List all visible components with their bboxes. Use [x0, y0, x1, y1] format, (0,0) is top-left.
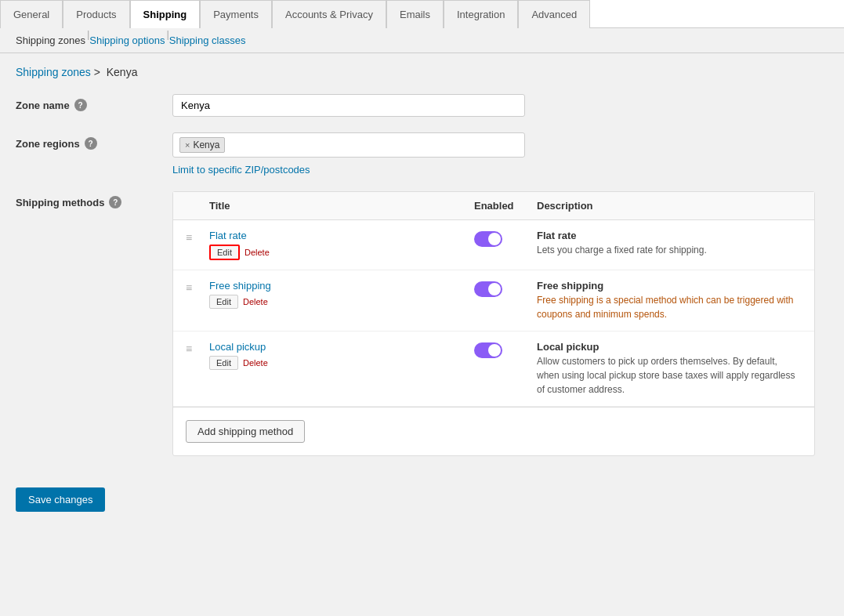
- enabled-toggle[interactable]: [474, 281, 502, 297]
- edit-button[interactable]: Edit: [209, 245, 240, 260]
- tab-accounts-privacy[interactable]: Accounts & Privacy: [272, 0, 386, 28]
- method-name[interactable]: Free shipping: [209, 280, 271, 292]
- edit-button[interactable]: Edit: [209, 356, 238, 370]
- zip-link[interactable]: Limit to specific ZIP/postcodes: [172, 164, 310, 176]
- table-row: ≡ Flat rate Edit Delete Flat rate Lets y…: [173, 220, 814, 270]
- breadcrumb-separator: >: [94, 66, 100, 78]
- shipping-methods-row: Shipping methods ? Title Enabled Descrip…: [16, 191, 828, 456]
- method-actions: Edit Delete: [209, 295, 474, 309]
- region-search-input[interactable]: [228, 140, 518, 151]
- method-name[interactable]: Local pickup: [209, 341, 266, 353]
- method-desc-text: Lets you charge a fixed rate for shippin…: [537, 243, 802, 257]
- enabled-toggle[interactable]: [474, 231, 502, 247]
- drag-handle-icon[interactable]: ≡: [186, 341, 209, 355]
- table-row: ≡ Free shipping Edit Delete Free shippin…: [173, 270, 814, 332]
- col-title: Title: [209, 200, 474, 212]
- tab-integration[interactable]: Integration: [444, 0, 518, 28]
- tabs-bar: GeneralProductsShippingPaymentsAccounts …: [0, 0, 844, 28]
- breadcrumb-link[interactable]: Shipping zones: [16, 66, 91, 78]
- method-actions: Edit Delete: [209, 356, 474, 370]
- save-changes-button[interactable]: Save changes: [16, 487, 105, 512]
- description-col: Free shipping Free shipping is a special…: [537, 280, 802, 321]
- delete-link[interactable]: Delete: [243, 297, 268, 306]
- edit-button[interactable]: Edit: [209, 295, 238, 309]
- zone-name-field: [172, 94, 828, 117]
- add-method-wrap: Add shipping method: [173, 407, 814, 455]
- method-desc-text: Allow customers to pick up orders themse…: [537, 354, 802, 397]
- method-desc-text: Free shipping is a special method which …: [537, 293, 802, 321]
- tab-payments[interactable]: Payments: [200, 0, 272, 28]
- breadcrumb-current: Kenya: [107, 66, 138, 78]
- tab-emails[interactable]: Emails: [386, 0, 444, 28]
- drag-handle-icon[interactable]: ≡: [186, 280, 209, 294]
- method-actions: Edit Delete: [209, 245, 474, 260]
- subnav-shipping-options[interactable]: Shipping options: [89, 28, 165, 53]
- zip-link-wrap: Limit to specific ZIP/postcodes: [172, 164, 828, 176]
- table-header: Title Enabled Description: [173, 192, 814, 220]
- toggle-col: [474, 341, 537, 358]
- shipping-methods-field: Title Enabled Description ≡ Flat rate Ed…: [172, 191, 828, 456]
- method-title-col: Flat rate Edit Delete: [209, 230, 474, 260]
- tab-products[interactable]: Products: [63, 0, 129, 28]
- main-content: Shipping zones > Kenya Zone name ? Zone …: [0, 53, 844, 524]
- toggle-col: [474, 230, 537, 247]
- shipping-methods-table: Title Enabled Description ≡ Flat rate Ed…: [172, 191, 815, 456]
- tab-shipping[interactable]: Shipping: [130, 0, 201, 28]
- add-shipping-method-button[interactable]: Add shipping method: [186, 420, 305, 443]
- zone-regions-label: Zone regions ?: [16, 132, 172, 150]
- method-desc-title: Local pickup: [537, 341, 802, 353]
- region-input-wrap[interactable]: × Kenya: [172, 132, 525, 158]
- breadcrumb: Shipping zones > Kenya: [16, 66, 828, 78]
- col-enabled: Enabled: [474, 200, 537, 212]
- zone-name-help-icon[interactable]: ?: [74, 99, 87, 111]
- table-row: ≡ Local pickup Edit Delete Local pickup …: [173, 332, 814, 407]
- method-desc-title: Flat rate: [537, 230, 802, 241]
- region-tag: × Kenya: [179, 137, 225, 153]
- tab-advanced[interactable]: Advanced: [518, 0, 590, 28]
- delete-link[interactable]: Delete: [245, 248, 270, 257]
- description-col: Local pickup Allow customers to pick up …: [537, 341, 802, 397]
- method-title-col: Free shipping Edit Delete: [209, 280, 474, 309]
- zone-regions-field: × Kenya Limit to specific ZIP/postcodes: [172, 132, 828, 176]
- zone-name-row: Zone name ?: [16, 94, 828, 117]
- sub-nav: Shipping zones | Shipping options | Ship…: [0, 28, 844, 53]
- shipping-methods-label: Shipping methods ?: [16, 191, 172, 208]
- drag-handle-icon[interactable]: ≡: [186, 230, 209, 244]
- shipping-methods-help-icon[interactable]: ?: [109, 196, 121, 208]
- zone-regions-help-icon[interactable]: ?: [85, 137, 97, 150]
- zone-name-label: Zone name ?: [16, 94, 172, 111]
- tab-general[interactable]: General: [0, 0, 63, 28]
- region-tag-remove[interactable]: ×: [185, 140, 190, 150]
- enabled-toggle[interactable]: [474, 342, 502, 358]
- description-col: Flat rate Lets you charge a fixed rate f…: [537, 230, 802, 257]
- subnav-shipping-classes[interactable]: Shipping classes: [169, 28, 246, 53]
- method-title-col: Local pickup Edit Delete: [209, 341, 474, 370]
- subnav-shipping-zones[interactable]: Shipping zones: [16, 28, 85, 53]
- delete-link[interactable]: Delete: [243, 358, 268, 368]
- zone-name-input[interactable]: [172, 94, 525, 117]
- zone-regions-row: Zone regions ? × Kenya Limit to specific…: [16, 132, 828, 176]
- toggle-col: [474, 280, 537, 297]
- method-name[interactable]: Flat rate: [209, 230, 247, 241]
- col-description: Description: [537, 200, 802, 212]
- method-desc-title: Free shipping: [537, 280, 802, 292]
- region-tag-label: Kenya: [193, 140, 219, 150]
